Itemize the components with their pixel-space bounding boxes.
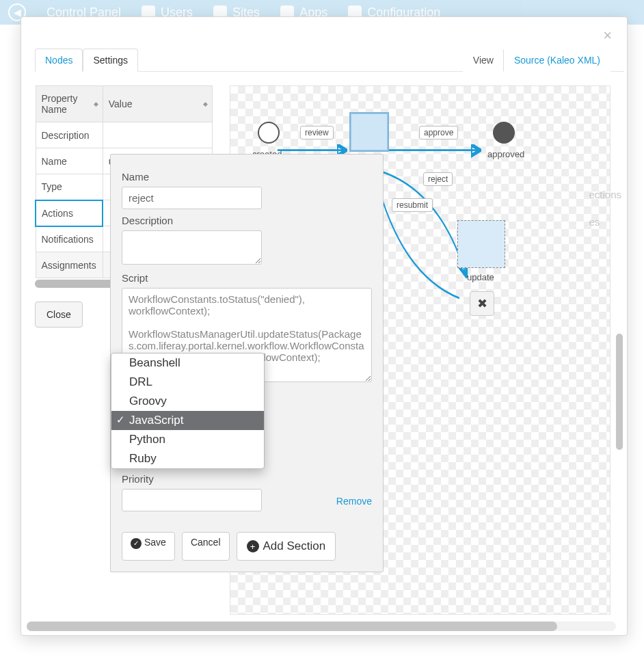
- name-input[interactable]: [122, 187, 262, 209]
- dropdown-option-groovy[interactable]: Groovy: [111, 392, 264, 411]
- description-textarea[interactable]: [122, 230, 262, 265]
- priority-input[interactable]: [122, 489, 262, 511]
- modal-close-button[interactable]: ×: [603, 27, 612, 44]
- dropdown-option-beanshell[interactable]: Beanshell: [111, 353, 264, 373]
- tab-view[interactable]: View: [463, 49, 504, 72]
- remove-link[interactable]: Remove: [336, 496, 372, 507]
- add-section-button[interactable]: +Add Section: [237, 532, 336, 561]
- modal-vertical-scrollbar[interactable]: [616, 51, 623, 616]
- tab-settings[interactable]: Settings: [83, 49, 138, 72]
- node-end[interactable]: [493, 122, 515, 144]
- dropdown-option-javascript[interactable]: JavaScript: [111, 411, 264, 430]
- delete-node-button[interactable]: ✖: [470, 291, 494, 316]
- tab-source[interactable]: Source (Kaleo XML): [504, 49, 611, 72]
- close-button[interactable]: Close: [35, 302, 83, 328]
- label-name: Name: [122, 171, 372, 183]
- save-button[interactable]: ✓Save: [122, 532, 175, 561]
- col-value[interactable]: Value ◆: [103, 86, 212, 122]
- dropdown-option-python[interactable]: Python: [111, 430, 264, 449]
- sort-icon: ◆: [94, 101, 98, 107]
- check-icon: ✓: [131, 538, 142, 549]
- script-language-dropdown[interactable]: Beanshell DRL Groovy JavaScript Python R…: [111, 353, 265, 469]
- edge-label-reject[interactable]: reject: [423, 172, 453, 186]
- dropdown-option-ruby[interactable]: Ruby: [111, 449, 264, 468]
- label-priority: Priority: [122, 473, 372, 485]
- sort-icon: ◆: [203, 101, 208, 107]
- edge-label-approve[interactable]: approve: [419, 126, 458, 139]
- tab-nodes[interactable]: Nodes: [35, 49, 83, 72]
- modal-horizontal-scrollbar[interactable]: [27, 621, 616, 631]
- workflow-editor-modal: × Nodes Settings View Source (Kaleo XML)…: [21, 16, 628, 636]
- editor-tabs: Nodes Settings View Source (Kaleo XML): [35, 44, 624, 72]
- col-property-name[interactable]: Property Name ◆: [36, 86, 103, 122]
- node-label-update: update: [467, 272, 494, 282]
- node-label-approved: approved: [487, 149, 524, 159]
- plus-icon: +: [247, 540, 259, 552]
- node-start[interactable]: [258, 122, 280, 144]
- edge-label-resubmit[interactable]: resubmit: [392, 198, 433, 212]
- node-update[interactable]: [457, 220, 505, 268]
- label-script: Script: [122, 272, 372, 284]
- edge-label-review[interactable]: review: [300, 126, 334, 139]
- dropdown-option-drl[interactable]: DRL: [111, 373, 264, 392]
- table-row[interactable]: Description: [36, 122, 213, 148]
- cancel-button[interactable]: Cancel: [182, 532, 230, 561]
- label-description: Description: [122, 215, 372, 226]
- node-review[interactable]: [351, 113, 388, 150]
